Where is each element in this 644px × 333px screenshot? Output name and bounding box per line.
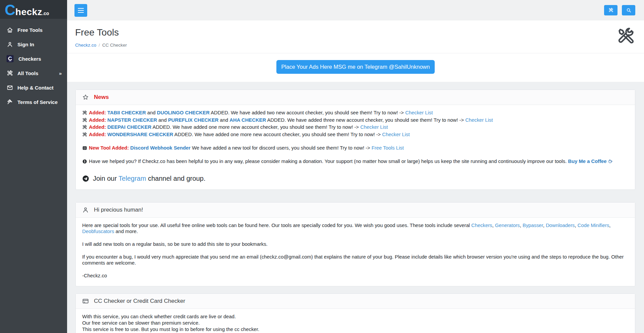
sidebar-item-help-contact[interactable]: Help & Contact (0, 80, 67, 95)
sidebar-item-free-tools[interactable]: Free Tools (0, 23, 67, 37)
text-segment: , (520, 223, 523, 228)
discord-icon (82, 146, 87, 152)
link[interactable]: Downloaders (546, 223, 575, 228)
text-segment: This service is free to use. But you mus… (82, 327, 259, 332)
greeting-card-header: Hi precious human! (76, 203, 635, 218)
link[interactable]: TABII CHECKER (107, 110, 146, 115)
topbar-actions (604, 5, 635, 15)
credit-card-icon (82, 298, 89, 304)
link[interactable]: Generators (495, 223, 520, 228)
tools-icon (82, 118, 87, 124)
person-icon (7, 41, 13, 48)
sidebar-item-label: Checkers (18, 56, 41, 62)
link[interactable]: AHA CHECKER (229, 117, 266, 123)
link[interactable]: Checker List (465, 117, 493, 123)
breadcrumb-home-link[interactable]: Checkz.co (75, 43, 96, 48)
tools-icon (82, 132, 87, 139)
text-segment: , (543, 223, 546, 228)
spacer (82, 138, 629, 145)
link[interactable]: Checkers (471, 223, 492, 228)
chevron-right-icon: » (59, 70, 62, 76)
topbar (67, 0, 644, 20)
text-segment: ADDED. We have added one more new accoun… (151, 124, 360, 130)
main-area: Free Tools Checkz.co/CC Checker Place Yo… (67, 0, 644, 333)
link[interactable]: Bypasser (523, 223, 543, 228)
link[interactable]: Buy Me a Coffee (568, 159, 606, 164)
signature: -Checkz.co (82, 273, 629, 279)
search-button[interactable] (622, 5, 635, 15)
ads-banner: Place Your Ads Here MSG me on Telegram @… (67, 53, 644, 82)
link[interactable]: DEEPAI CHECKER (107, 124, 151, 130)
text-segment: and (157, 117, 168, 123)
greeting-title: Hi precious human! (94, 207, 143, 213)
text-segment: and more. (114, 229, 138, 234)
news-card-body: Added: TABII CHECKER and DUOLINGO CHECKE… (76, 105, 635, 189)
greeting-paragraph: If you encounter a bug, I would very muc… (82, 254, 629, 266)
brand-name: heckz (15, 7, 42, 17)
breadcrumb-current: CC Checker (102, 43, 127, 48)
link[interactable]: NAPSTER CHECKER (107, 117, 157, 123)
link[interactable]: Code Minifiers (578, 223, 609, 228)
text-segment: Added: (89, 132, 107, 137)
sidebar-item-label: Terms of Service (17, 99, 58, 105)
sidebar-nav: Free Tools Sign In Checkers All Tools » … (0, 19, 67, 109)
text-segment: Added: (89, 117, 107, 123)
greeting-card: Hi precious human! Here are special tool… (75, 202, 635, 287)
text-segment: , (492, 223, 495, 228)
link[interactable]: Checker List (382, 132, 410, 137)
greeting-paragraph: Here are special tools for your use. All… (82, 222, 629, 235)
text-segment: , (609, 223, 610, 228)
hamburger-icon (78, 8, 84, 9)
link[interactable]: Telegram (118, 175, 146, 182)
link[interactable]: PUREFLIX CHECKER (168, 117, 218, 123)
sidebar-item-label: Help & Contact (17, 85, 54, 91)
sidebar-item-label: Sign In (17, 42, 34, 47)
coin-icon (82, 159, 87, 166)
link[interactable]: Free Tools List (372, 145, 404, 151)
news-item: New Tool Added: Discord Webhook Sender W… (82, 145, 629, 152)
sidebar-item-label: Free Tools (17, 27, 43, 33)
tools-icon (82, 125, 87, 131)
tools-button[interactable] (604, 5, 618, 15)
cc-checker-line: This service is free to use. But you mus… (82, 326, 629, 333)
text-segment: New Tool Added: (89, 145, 130, 151)
cc-checker-card: CC Checker or Credit Card Checker With t… (75, 293, 635, 333)
content: News Added: TABII CHECKER and DUOLINGO C… (67, 82, 644, 333)
sidebar-toggle-button[interactable] (74, 4, 87, 17)
tools-icon (616, 27, 635, 46)
text-segment: Have we helped you? If Checkz.co has bee… (89, 159, 568, 164)
cc-checker-card-body: With this service, you can check whether… (76, 309, 635, 333)
text-segment: With this service, you can check whether… (82, 314, 236, 319)
envelope-icon (7, 85, 13, 91)
sidebar-item-checkers[interactable]: Checkers (0, 52, 67, 66)
place-ads-button[interactable]: Place Your Ads Here MSG me on Telegram @… (276, 60, 435, 74)
link[interactable]: DUOLINGO CHECKER (157, 110, 210, 115)
sidebar-item-sign-in[interactable]: Sign In (0, 37, 67, 52)
news-item: Added: NAPSTER CHECKER and PUREFLIX CHEC… (82, 117, 629, 124)
page-title: Free Tools (75, 27, 635, 38)
news-item: Have we helped you? If Checkz.co has bee… (82, 158, 629, 166)
link[interactable]: Checker List (405, 110, 433, 115)
hamburger-icon (78, 10, 84, 11)
text-segment: Join our (93, 175, 118, 182)
text-segment: , (575, 223, 578, 228)
brand-tld: .co (42, 11, 49, 16)
coffee-icon (608, 159, 613, 166)
link[interactable]: Discord Webhook Sender (130, 145, 191, 151)
tools-icon (7, 70, 13, 76)
text-segment: If you encounter a bug, I would very muc… (82, 254, 624, 266)
link[interactable]: Checker List (360, 124, 388, 130)
text-segment: ADDED. We have added three new account c… (266, 117, 465, 123)
search-icon (626, 8, 631, 13)
sidebar-item-all-tools[interactable]: All Tools » (0, 66, 67, 80)
brand-logo[interactable]: Checkz.co (0, 0, 67, 19)
news-card: News Added: TABII CHECKER and DUOLINGO C… (75, 90, 635, 190)
person-icon (82, 207, 89, 213)
hamburger-icon (78, 12, 84, 13)
text-segment: We have added a new tool for discord use… (191, 145, 372, 151)
sidebar-item-terms[interactable]: Terms of Service (0, 95, 67, 109)
link[interactable]: WONDERSHARE CHECKER (107, 132, 173, 137)
link[interactable]: Deobfuscators (82, 229, 114, 234)
checkers-logo-icon (6, 55, 14, 63)
cc-checker-line: With this service, you can check whether… (82, 314, 629, 320)
